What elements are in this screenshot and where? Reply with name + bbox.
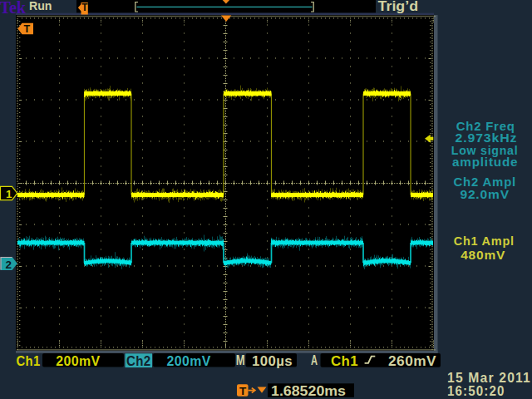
svg-text:1.68520ms: 1.68520ms (271, 384, 346, 398)
svg-text:100µs: 100µs (252, 354, 293, 368)
svg-text:92.0mV: 92.0mV (460, 187, 510, 201)
svg-text:Ch1 Ampl: Ch1 Ampl (454, 234, 515, 248)
svg-text:2: 2 (6, 259, 12, 271)
svg-text:1: 1 (6, 188, 12, 200)
svg-text:Ch1: Ch1 (331, 354, 358, 368)
svg-text:M: M (236, 353, 245, 367)
svg-text:T: T (81, 2, 88, 13)
svg-text:16:50:20: 16:50:20 (447, 384, 505, 398)
svg-text:A: A (311, 353, 318, 367)
svg-text:T: T (239, 385, 247, 397)
svg-text:Ch1: Ch1 (17, 354, 41, 368)
svg-text:480mV: 480mV (461, 248, 505, 262)
svg-text:15 Mar 2011: 15 Mar 2011 (447, 371, 531, 385)
svg-text:200mV: 200mV (56, 354, 100, 368)
svg-text:Run: Run (29, 0, 52, 12)
svg-text:Trig’d: Trig’d (378, 0, 419, 13)
svg-text:260mV: 260mV (388, 354, 436, 368)
svg-text:Tek: Tek (0, 0, 26, 17)
svg-text:200mV: 200mV (167, 354, 211, 368)
svg-text:Ch2: Ch2 (126, 354, 151, 368)
svg-text:T: T (24, 23, 31, 35)
svg-text:amplitude: amplitude (452, 155, 518, 169)
